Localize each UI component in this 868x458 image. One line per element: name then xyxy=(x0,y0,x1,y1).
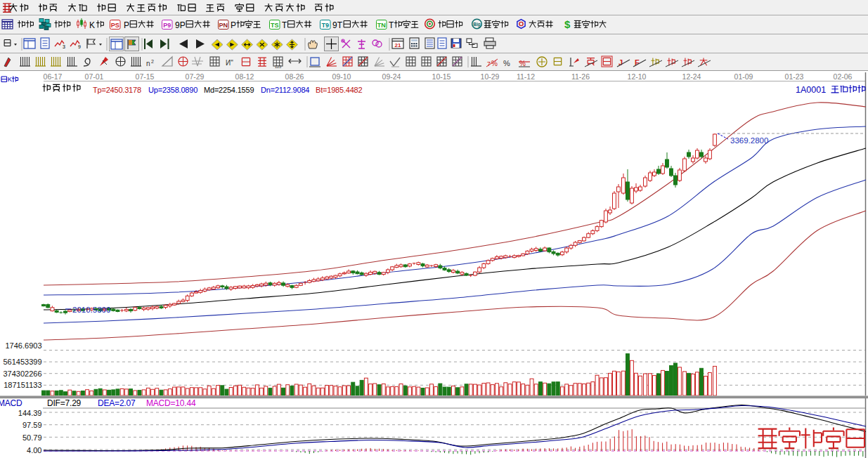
svg-text:3: 3 xyxy=(63,44,65,49)
svg-text:И": И" xyxy=(226,59,233,67)
svg-text:MACD: MACD xyxy=(0,398,22,408)
svg-text:PN: PN xyxy=(219,22,228,29)
svg-text:DIF=7.29: DIF=7.29 xyxy=(47,398,82,408)
svg-text:T: T xyxy=(389,20,394,30)
svg-text:Up=2358.0890: Up=2358.0890 xyxy=(148,86,197,94)
svg-text:01-23: 01-23 xyxy=(785,72,804,81)
svg-text:Big: Big xyxy=(473,22,481,27)
svg-text:4.00: 4.00 xyxy=(27,446,41,454)
svg-text:P: P xyxy=(124,20,129,30)
svg-text:$: $ xyxy=(564,18,571,30)
svg-text:144.39: 144.39 xyxy=(18,409,42,417)
svg-text:9T: 9T xyxy=(332,20,343,30)
svg-text:1746.6903: 1746.6903 xyxy=(6,341,42,350)
svg-text:%: % xyxy=(503,59,510,67)
svg-text:11-12: 11-12 xyxy=(517,72,535,81)
svg-text:07-29: 07-29 xyxy=(186,72,205,81)
svg-text:3369.2800: 3369.2800 xyxy=(730,136,768,145)
svg-text:K: K xyxy=(8,75,13,83)
svg-text:Md=2254.1559: Md=2254.1559 xyxy=(204,86,254,94)
svg-text:10-15: 10-15 xyxy=(432,72,451,81)
svg-text:123: 123 xyxy=(275,65,281,69)
svg-text:K: K xyxy=(89,20,95,30)
svg-text:561453399: 561453399 xyxy=(3,358,41,366)
svg-text:P9: P9 xyxy=(163,22,171,29)
svg-text:09-24: 09-24 xyxy=(382,72,401,81)
svg-text:50.79: 50.79 xyxy=(22,433,42,442)
svg-text:07-15: 07-15 xyxy=(136,72,155,81)
svg-text:T9: T9 xyxy=(322,22,330,29)
svg-text:PS: PS xyxy=(111,22,119,29)
svg-text:02-06: 02-06 xyxy=(834,72,853,81)
svg-text:9: 9 xyxy=(78,44,81,49)
svg-text:09-10: 09-10 xyxy=(332,72,351,81)
svg-text:07-01: 07-01 xyxy=(85,72,104,81)
svg-text:Tp=2450.3178: Tp=2450.3178 xyxy=(93,86,141,94)
svg-text:06-17: 06-17 xyxy=(44,72,63,81)
svg-text:MACD=10.44: MACD=10.44 xyxy=(146,398,196,408)
svg-text:n: n xyxy=(146,60,150,67)
svg-text:2: 2 xyxy=(151,59,154,64)
svg-text:12-24: 12-24 xyxy=(682,72,701,81)
svg-text:08-26: 08-26 xyxy=(285,72,304,81)
svg-text:97.59: 97.59 xyxy=(22,421,42,429)
svg-text:TS: TS xyxy=(271,22,279,29)
svg-text:T: T xyxy=(282,20,287,30)
svg-text:Bt=1985.4482: Bt=1985.4482 xyxy=(316,86,362,94)
svg-text:11-26: 11-26 xyxy=(571,72,590,81)
svg-text:12-10: 12-10 xyxy=(628,72,647,81)
svg-text:DEA=2.07: DEA=2.07 xyxy=(98,398,136,408)
svg-text:374302266: 374302266 xyxy=(3,369,41,378)
svg-text:9P: 9P xyxy=(175,20,186,30)
svg-text:21: 21 xyxy=(395,42,401,48)
svg-text:TN: TN xyxy=(377,22,386,29)
svg-text:08-12: 08-12 xyxy=(235,72,254,81)
svg-text:%: % xyxy=(519,60,526,67)
svg-text:01-09: 01-09 xyxy=(734,72,753,81)
svg-text:10-29: 10-29 xyxy=(481,72,500,81)
svg-text:1A0001: 1A0001 xyxy=(796,85,826,95)
svg-text:187151133: 187151133 xyxy=(4,381,41,389)
svg-text:P: P xyxy=(231,20,236,30)
svg-text:Dn=2112.9084: Dn=2112.9084 xyxy=(261,86,309,94)
svg-text:2010.5300: 2010.5300 xyxy=(72,306,110,314)
